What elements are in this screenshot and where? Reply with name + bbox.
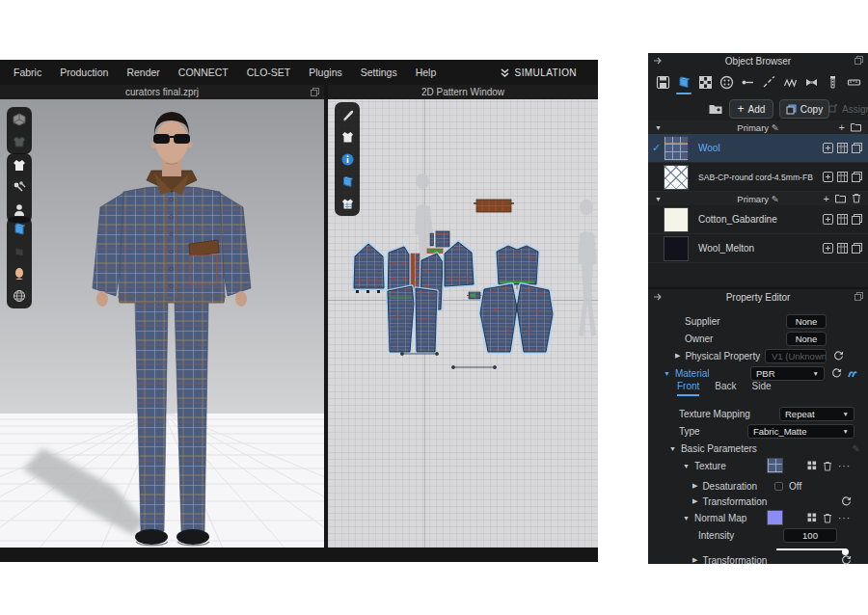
object-browser-header[interactable]: Object Browser <box>648 53 868 68</box>
pins-icon[interactable] <box>9 178 30 198</box>
duplicate-icon[interactable] <box>852 143 862 153</box>
trash-icon[interactable] <box>823 513 832 523</box>
edit-pencil-icon[interactable]: ✎ <box>772 194 779 204</box>
menu-help[interactable]: Help <box>416 67 437 78</box>
texture-mapping-dropdown[interactable]: Repeat▼ <box>779 407 854 421</box>
head-icon[interactable] <box>9 264 30 283</box>
tab-zipper[interactable] <box>822 70 843 94</box>
float-window-icon[interactable] <box>311 88 319 96</box>
info-icon[interactable] <box>337 149 358 169</box>
expand-triangle-icon[interactable]: ▶ <box>692 497 697 505</box>
tab-bow[interactable] <box>800 70 822 94</box>
viewport3d-titlebar[interactable]: curators final.zprj <box>0 85 324 99</box>
collapse-triangle-icon[interactable]: ▼ <box>683 463 690 469</box>
fabric-row-sab[interactable]: SAB-CP-round cord-4.5mm-FB <box>648 163 868 192</box>
menu-plugins[interactable]: Plugins <box>309 67 341 78</box>
tab-graphic[interactable] <box>694 70 716 94</box>
wool-swatch[interactable] <box>664 136 689 161</box>
intensity-value[interactable]: 100 <box>783 528 837 543</box>
simulate-cube-icon[interactable] <box>9 110 30 129</box>
fabric-blue-icon[interactable] <box>9 220 30 239</box>
pattern-piece-collar[interactable] <box>474 200 514 212</box>
tab-measure[interactable] <box>843 70 864 94</box>
detail-view-icon[interactable] <box>837 172 848 182</box>
pattern-shirt-icon[interactable] <box>337 194 358 213</box>
physical-property-value[interactable]: V1 (Unknown) <box>765 349 827 363</box>
type-dropdown[interactable]: Fabric_Matte▼ <box>747 424 854 439</box>
add-fabric-icon[interactable]: + <box>824 193 829 204</box>
tab-front[interactable]: Front <box>677 381 699 396</box>
garment-gray-icon[interactable] <box>9 132 30 151</box>
detail-view-icon[interactable] <box>837 243 848 254</box>
collapse-arrow-icon[interactable] <box>653 56 663 66</box>
refresh-icon[interactable] <box>833 351 844 361</box>
tab-fabric[interactable] <box>673 70 694 94</box>
tab-saved-fabric[interactable] <box>652 70 673 94</box>
melton-swatch[interactable] <box>664 236 689 261</box>
expand-triangle-icon[interactable]: ▶ <box>692 482 697 490</box>
texture-swatch[interactable] <box>767 458 783 473</box>
edit-pencil-icon[interactable]: ✎ <box>772 122 779 133</box>
pen-icon[interactable] <box>337 105 358 124</box>
menu-render[interactable]: Render <box>126 67 159 78</box>
shirt-icon[interactable] <box>9 156 30 175</box>
menu-clo-set[interactable]: CLO-SET <box>247 67 291 78</box>
tab-puckering[interactable] <box>779 70 800 94</box>
grid-view-icon[interactable] <box>807 461 817 470</box>
float-window-icon[interactable] <box>854 56 863 65</box>
tab-button[interactable] <box>716 70 737 94</box>
fabric-blue-icon[interactable] <box>337 172 358 191</box>
expand-triangle-icon[interactable]: ▶ <box>692 556 697 564</box>
menu-fabric[interactable]: Fabric <box>14 67 41 78</box>
more-options-icon[interactable]: ··· <box>838 461 851 471</box>
trash-icon[interactable] <box>852 193 861 203</box>
sab-swatch[interactable] <box>664 165 689 190</box>
add-to-icon[interactable] <box>823 214 833 225</box>
float-window-icon[interactable] <box>854 292 863 301</box>
owner-value[interactable]: None <box>786 332 827 346</box>
viewport2d-titlebar[interactable]: 2D Pattern Window <box>328 85 598 99</box>
folder-icon[interactable] <box>835 194 846 203</box>
menu-connect[interactable]: CONNECT <box>178 67 229 78</box>
refresh-icon[interactable] <box>831 368 842 379</box>
simulation-button[interactable]: SIMULATION <box>500 60 577 85</box>
tab-topstitch[interactable] <box>758 70 779 94</box>
assign-button[interactable]: Assign <box>833 99 866 119</box>
desaturation-checkbox[interactable] <box>774 482 783 491</box>
detail-view-icon[interactable] <box>837 214 848 225</box>
tab-back[interactable]: Back <box>715 381 736 396</box>
duplicate-icon[interactable] <box>852 243 862 254</box>
pattern-piece-sleeve-right[interactable] <box>445 242 474 286</box>
add-to-icon[interactable] <box>823 243 833 254</box>
collapse-arrow-icon[interactable] <box>653 292 663 302</box>
cotton-swatch[interactable] <box>664 207 689 232</box>
folder-icon[interactable] <box>851 122 861 132</box>
fabric-row-melton[interactable]: Wool_Melton <box>648 234 868 263</box>
copy-button[interactable]: Copy <box>779 99 829 119</box>
add-to-icon[interactable] <box>823 172 833 182</box>
reset-icon[interactable] <box>841 496 852 507</box>
grid-view-icon[interactable] <box>807 513 817 522</box>
add-fabric-icon[interactable]: + <box>839 121 845 133</box>
viewport-3d[interactable] <box>0 99 324 548</box>
tab-side[interactable]: Side <box>752 381 772 396</box>
import-folder-icon[interactable] <box>708 101 723 117</box>
detail-view-icon[interactable] <box>837 143 848 153</box>
normal-map-swatch[interactable] <box>767 510 783 525</box>
reset-icon[interactable] <box>841 555 852 566</box>
menu-settings[interactable]: Settings <box>361 67 397 78</box>
pattern-piece-pants-front[interactable] <box>388 286 437 352</box>
fabric-dark-icon[interactable] <box>9 242 30 261</box>
duplicate-icon[interactable] <box>852 214 862 225</box>
property-editor-header[interactable]: Property Editor <box>648 289 868 305</box>
globe-icon[interactable] <box>9 286 30 306</box>
fabric-direction-icon[interactable] <box>847 368 858 379</box>
pattern-piece-sleeve-left[interactable] <box>354 244 384 293</box>
fabric-row-cotton[interactable]: Cotton_Gabardine <box>648 205 868 234</box>
pattern-piece-tab[interactable] <box>467 292 482 299</box>
trash-icon[interactable] <box>823 461 832 471</box>
collapse-triangle-icon[interactable]: ▼ <box>664 370 670 377</box>
fabric-group-header-2[interactable]: ▼ Primary ✎ + <box>648 192 868 205</box>
add-to-icon[interactable] <box>823 143 833 153</box>
expand-triangle-icon[interactable]: ▶ <box>675 352 680 360</box>
